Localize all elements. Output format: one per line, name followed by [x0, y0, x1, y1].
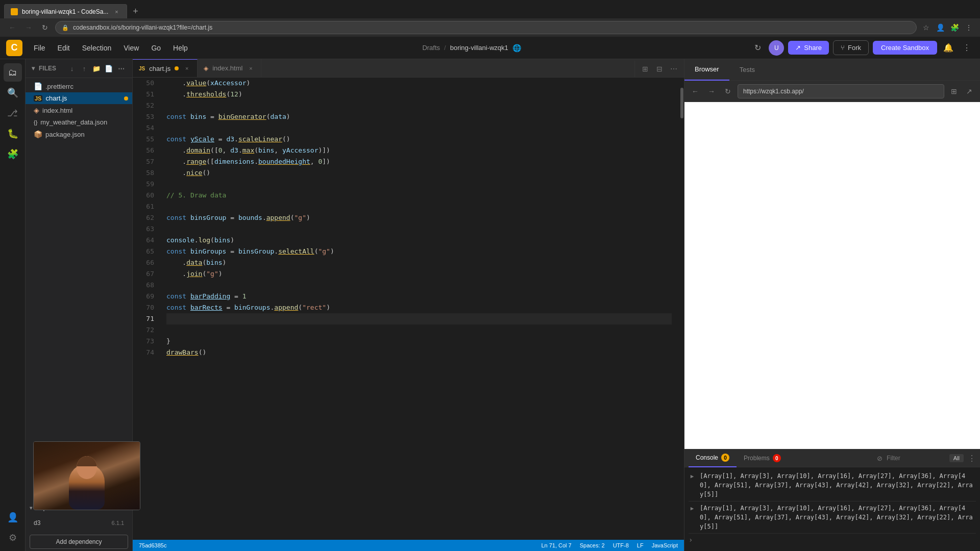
- file-tree: 📄 .prettierrc JS chart.js ◈ index.html {…: [26, 78, 132, 500]
- file-item-chartjs[interactable]: JS chart.js: [26, 92, 132, 104]
- line-num-57: 57: [137, 156, 154, 167]
- drafts-link[interactable]: Drafts: [422, 44, 440, 52]
- share-button[interactable]: ↗ Share: [788, 41, 829, 55]
- new-file-button[interactable]: ↓: [67, 63, 77, 73]
- editor-scrollbar[interactable]: [680, 78, 684, 540]
- split-editor-button[interactable]: ⊞: [639, 63, 651, 75]
- reload-button[interactable]: ↻: [39, 21, 51, 34]
- code-line-57: .range([dimensions.boundedHeight, 0]): [166, 156, 672, 167]
- menu-selection[interactable]: Selection: [77, 42, 117, 54]
- browser-popout-button[interactable]: ⊞: [947, 85, 961, 98]
- browser-reload-button[interactable]: ↻: [721, 85, 734, 98]
- sidebar-icon-account[interactable]: 👤: [4, 508, 22, 527]
- sidebar-icon-git[interactable]: ⎇: [4, 104, 22, 122]
- add-dependency-button[interactable]: Add dependency: [30, 535, 128, 549]
- upload-button[interactable]: 📄: [104, 63, 114, 73]
- address-bar[interactable]: 🔒 codesandbox.io/s/boring-villani-wzqk1?…: [55, 21, 917, 34]
- sidebar-icon-extensions[interactable]: 🧩: [4, 145, 22, 163]
- editor-area: JS chart.js × ◈ index.html × ⊞ ⊟ ⋯: [133, 59, 684, 551]
- menu-view[interactable]: View: [118, 42, 144, 54]
- notifications-button[interactable]: 🔔: [941, 41, 955, 55]
- editor-tab-modified-chartjs: [175, 66, 179, 70]
- file-item-prettierrc[interactable]: 📄 .prettierrc: [26, 80, 132, 92]
- code-editor[interactable]: 50 51 52 53 54 55 56 57 58 59 60 61 62 6…: [133, 78, 684, 540]
- status-line-col[interactable]: Ln 71, Col 7: [541, 542, 571, 548]
- file-item-packagejson[interactable]: 📦 package.json: [26, 128, 132, 140]
- more-options-button[interactable]: ⋮: [960, 41, 974, 55]
- menu-go[interactable]: Go: [146, 42, 166, 54]
- forward-button[interactable]: →: [22, 21, 35, 34]
- sidebar-icon-files[interactable]: 🗂: [4, 63, 22, 82]
- active-tab[interactable]: boring-villani-wzqk1 - CodeSa... ×: [4, 4, 127, 18]
- console-expand-1[interactable]: ▶: [689, 472, 696, 480]
- console-tab-console[interactable]: Console 0: [689, 449, 737, 467]
- sort-button[interactable]: ↑: [79, 63, 89, 73]
- extensions-icon[interactable]: 🧩: [949, 22, 960, 33]
- menu-file[interactable]: File: [29, 42, 51, 54]
- code-line-52: [166, 100, 672, 111]
- editor-tab-close-chartjs[interactable]: ×: [183, 64, 191, 72]
- status-encoding[interactable]: UTF-8: [613, 542, 629, 548]
- menu-right-actions: ↻ U ↗ Share ⑂ Fork Create Sandbox 🔔 ⋮: [750, 40, 974, 56]
- sidebar-icon-settings[interactable]: ⚙: [4, 529, 22, 547]
- nav-icons: ☆ 👤 🧩 ⋮: [921, 22, 974, 33]
- tab-tests[interactable]: Tests: [729, 59, 765, 81]
- browser-back-button[interactable]: ←: [689, 85, 702, 98]
- console-expand-2[interactable]: ▶: [689, 505, 696, 512]
- all-button[interactable]: All: [949, 454, 964, 462]
- status-spaces[interactable]: Spaces: 2: [580, 542, 605, 548]
- app-logo[interactable]: C: [6, 40, 22, 56]
- file-name-indexhtml: index.html: [42, 107, 128, 114]
- file-item-weatherdata[interactable]: {} my_weather_data.json: [26, 116, 132, 128]
- sidebar-icon-debug[interactable]: 🐛: [4, 124, 22, 143]
- back-button[interactable]: ←: [6, 21, 18, 34]
- editor-tab-close-indexhtml[interactable]: ×: [247, 64, 255, 72]
- line-num-61: 61: [137, 201, 154, 212]
- line-num-67: 67: [137, 268, 154, 280]
- editor-tab-label-chartjs: chart.js: [149, 65, 170, 72]
- code-line-67: .join("g"): [166, 268, 672, 280]
- toggle-layout-button[interactable]: ⊟: [653, 63, 666, 75]
- status-bar: 75ad6385c Ln 71, Col 7 Spaces: 2 UTF-8 L…: [133, 540, 684, 551]
- browser-external-button[interactable]: ↗: [963, 85, 976, 98]
- filter-input[interactable]: [904, 455, 945, 462]
- file-item-indexhtml[interactable]: ◈ index.html: [26, 104, 132, 116]
- editor-tab-chartjs[interactable]: JS chart.js ×: [133, 59, 198, 77]
- avatar[interactable]: U: [769, 40, 784, 56]
- console-line-2: ▶ [Array[1], Array[3], Array[10], Array[…: [689, 502, 976, 534]
- file-name-packagejson: package.json: [45, 131, 128, 138]
- refresh-button[interactable]: ↻: [750, 41, 765, 55]
- main-content: 🗂 🔍 ⎇ 🐛 🧩 👤 ⚙ ▾ Files ↓ ↑ 📁 📄 ⋯: [0, 59, 980, 551]
- tab-browser[interactable]: Browser: [684, 59, 729, 81]
- editor-tab-label-indexhtml: index.html: [212, 64, 242, 72]
- line-num-62: 62: [137, 212, 154, 223]
- status-line-ending[interactable]: LF: [637, 542, 644, 548]
- menu-edit[interactable]: Edit: [53, 42, 75, 54]
- fork-button[interactable]: ⑂ Fork: [833, 40, 869, 55]
- editor-tab-indexhtml[interactable]: ◈ index.html ×: [198, 59, 261, 77]
- tab-close-button[interactable]: ×: [112, 8, 120, 16]
- bookmark-icon[interactable]: ☆: [921, 22, 931, 33]
- console-tab-problems[interactable]: Problems 0: [737, 449, 788, 467]
- new-folder-button[interactable]: 📁: [91, 63, 102, 73]
- filter-icon: ⊘: [877, 455, 883, 462]
- browser-forward-button[interactable]: →: [705, 85, 718, 98]
- status-language[interactable]: JavaScript: [652, 542, 678, 548]
- problems-tab-label: Problems: [744, 455, 770, 462]
- new-tab-button[interactable]: +: [128, 4, 142, 18]
- video-thumbnail: [33, 441, 140, 510]
- create-sandbox-button[interactable]: Create Sandbox: [873, 41, 937, 55]
- browser-url-bar[interactable]: https://wzqk1.csb.app/: [738, 84, 944, 98]
- explorer-title: Files: [39, 65, 56, 72]
- code-content[interactable]: .value(xAccessor) .thresholds(12) const …: [158, 78, 680, 540]
- profile-icon[interactable]: 👤: [935, 22, 945, 33]
- settings-icon[interactable]: ⋮: [964, 22, 974, 33]
- editor-scrollbar-thumb[interactable]: [680, 88, 683, 118]
- code-line-61: [166, 201, 672, 212]
- sidebar-icon-search[interactable]: 🔍: [4, 84, 22, 102]
- console-more-button[interactable]: ⋮: [968, 454, 976, 463]
- line-num-69: 69: [137, 291, 154, 302]
- editor-more-button[interactable]: ⋯: [668, 63, 680, 75]
- collapse-button[interactable]: ⋯: [116, 63, 126, 73]
- menu-help[interactable]: Help: [168, 42, 193, 54]
